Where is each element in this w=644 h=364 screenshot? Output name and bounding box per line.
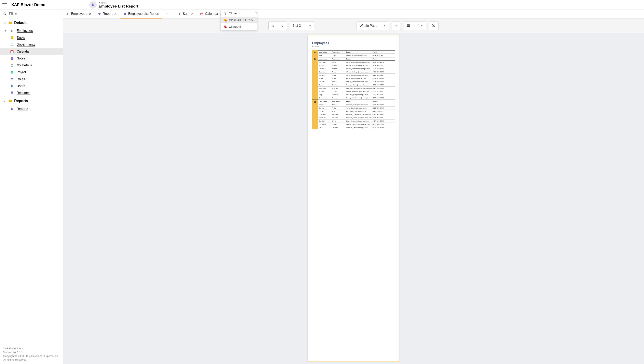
tab-label: Sam [183, 12, 189, 16]
ctx-close-all[interactable]: Close All [221, 23, 257, 30]
export-button[interactable]: ▼ [413, 22, 426, 30]
svg-point-28 [99, 13, 101, 15]
settings-button[interactable] [429, 22, 438, 30]
ctx-close[interactable]: Close [221, 10, 257, 17]
folder-icon [8, 99, 12, 103]
nav-item-my-details[interactable]: My Details [0, 62, 63, 69]
nav-item-calendar[interactable]: Calendar [0, 48, 63, 55]
svg-rect-15 [11, 58, 13, 58]
close-icon[interactable]: ✕ [89, 12, 91, 16]
close-others-icon [224, 18, 227, 22]
table-row: ChinavareBarbaraBarbara_Chinavare@exampl… [318, 116, 395, 120]
report-viewport[interactable]: Employees 10/1/2024 ALast NameFirst Name… [63, 33, 644, 364]
page-select-group[interactable]: 1 of 3 ▼ [290, 22, 314, 30]
filter-box [0, 10, 63, 18]
close-icon[interactable]: ✕ [191, 12, 194, 16]
departments-icon [10, 43, 14, 46]
svg-point-3 [11, 30, 12, 31]
person-icon [178, 12, 181, 16]
nav-item-tasks[interactable]: Tasks [0, 34, 63, 41]
ctx-close-all-but-this[interactable]: Close All But This [221, 17, 257, 23]
close-tab-icon [224, 12, 227, 15]
tab-bar: Employees ✕ Report ✕ Employee List Repor… [63, 10, 644, 19]
first-page-button[interactable] [269, 22, 278, 30]
breadcrumb-category: Report [99, 1, 138, 4]
svg-text:$: $ [11, 71, 13, 73]
nav-item-employees[interactable]: Employees [0, 28, 63, 34]
table-row: CambellBruceBruce_Cambell@example.com(41… [318, 120, 395, 123]
nav-group-label: Reports [14, 99, 28, 103]
sidebar: Default Employees Tasks Departments Cale… [0, 10, 63, 364]
tab-employee-list-report[interactable]: Employee List Report Close Close All But… [120, 10, 162, 18]
calendar-icon [10, 50, 14, 53]
plus-icon: + [392, 22, 401, 30]
close-icon[interactable]: ✕ [114, 12, 117, 16]
folder-icon [8, 21, 12, 25]
search-icon [3, 12, 7, 16]
svg-point-20 [11, 78, 13, 79]
table-row: AielloHewittHewitt_Aiello@example.com(70… [318, 54, 395, 57]
nav-item-resumes[interactable]: Resumes [0, 90, 63, 96]
page-nav-group [268, 22, 287, 30]
table-row: CarterAndrewAndrew_Carter@example.com(70… [318, 103, 395, 106]
svg-point-1 [4, 12, 6, 15]
nav-label: Resumes [17, 91, 31, 95]
section-header-row: Last NameFirst NameEmailPhone [318, 50, 395, 54]
tab-employees[interactable]: Employees ✕ [63, 10, 95, 18]
footer-line: Copyright © 2000-2024 Developer Express … [3, 354, 60, 358]
zoom-in-button[interactable]: + [392, 22, 401, 30]
notes-icon [10, 56, 14, 60]
breadcrumb: Report Employee List Report [89, 1, 138, 8]
resumes-icon [10, 91, 14, 95]
report-section: BLast NameFirst NameEmailPhoneBorrmannAa… [312, 57, 395, 100]
tab-label: Report [103, 12, 113, 16]
chevron-down-icon [3, 100, 6, 102]
table-row: BorrmannAaronAaron_Borrmann@example.com(… [318, 61, 395, 64]
ctx-label: Close [229, 12, 237, 15]
main-area: Employees ✕ Report ✕ Employee List Repor… [63, 10, 644, 364]
nav-item-users[interactable]: Users [0, 82, 63, 90]
page-indicator: 1 of 3 [293, 24, 301, 28]
hamburger-menu-button[interactable] [3, 2, 8, 8]
chevron-down-icon: ▼ [309, 24, 311, 27]
tab-context-menu: Close Close All But This Close All [221, 10, 257, 30]
report-icon [89, 1, 97, 8]
tab-report[interactable]: Report ✕ [95, 10, 120, 18]
tab-sam[interactable]: Sam ✕ [175, 10, 197, 18]
nav-item-notes[interactable]: Notes [0, 55, 63, 62]
svg-rect-23 [11, 92, 13, 94]
cursor-icon [254, 11, 258, 14]
nav-label: Reports [17, 107, 28, 111]
print-export-group: ▼ [404, 22, 426, 30]
nav-item-payroll[interactable]: $ Payroll [0, 69, 63, 76]
svg-point-4 [13, 30, 14, 31]
report-section: ALast NameFirst NameEmailPhoneAielloHewi… [312, 50, 395, 57]
app-title: XAF Blazor Demo [11, 2, 46, 7]
table-row: ChaseArvilArvil_Chase@example.com(718) 1… [318, 110, 395, 113]
nav-label: Payroll [17, 70, 27, 74]
svg-rect-13 [11, 57, 13, 60]
chevron-down-icon: ▼ [383, 24, 386, 27]
report-toolbar: 1 of 3 ▼ Whole Page ▼ + ▼ [63, 19, 644, 33]
filter-input[interactable] [9, 12, 60, 16]
nav-group-reports[interactable]: Reports [0, 96, 63, 106]
nav-group-default[interactable]: Default [0, 18, 63, 28]
nav-label: Users [17, 84, 25, 88]
nav-label: Calendar [17, 50, 30, 53]
svg-point-38 [166, 13, 167, 14]
table-row: ChapmanBarbaraBarbara_Chapman@example.co… [318, 113, 395, 116]
print-button[interactable] [404, 22, 413, 30]
svg-point-29 [124, 13, 126, 15]
zoom-select-group[interactable]: Whole Page ▼ [357, 22, 389, 30]
nav-item-departments[interactable]: Departments [0, 41, 63, 48]
nav-item-roles[interactable]: Roles [0, 76, 63, 82]
svg-rect-14 [11, 58, 13, 58]
footer-line: All Rights Reserved [3, 358, 60, 362]
employees-icon [10, 29, 14, 33]
nav-item-reports[interactable]: Reports [0, 106, 63, 112]
nav-label: Departments [17, 43, 35, 46]
svg-rect-25 [11, 93, 13, 94]
prev-page-button[interactable] [278, 22, 287, 30]
tab-hidden-users[interactable] [162, 10, 175, 18]
table-row: BunchAbigailAbigail_Bunch@example.com(40… [318, 64, 395, 67]
